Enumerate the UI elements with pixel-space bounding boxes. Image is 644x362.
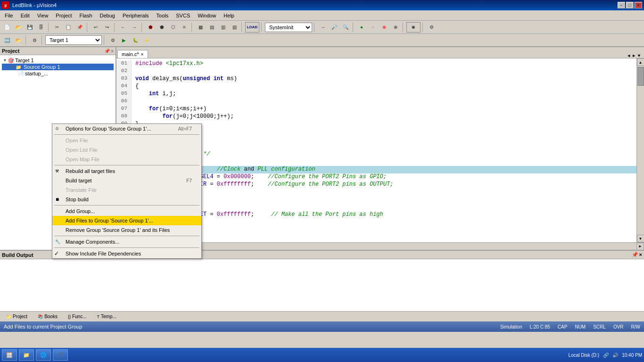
stop-btn[interactable]: ○	[368, 22, 378, 33]
build-output-pin[interactable]: 📌	[632, 252, 638, 258]
volume-icon: 🔊	[612, 353, 618, 358]
minimize-button[interactable]: −	[618, 2, 625, 8]
save-all-button[interactable]: 🗄	[36, 22, 46, 33]
menu-flash[interactable]: Flash	[76, 12, 96, 19]
build-output-close[interactable]: ×	[639, 252, 642, 258]
nav-forward-button[interactable]: →	[129, 22, 140, 33]
new-file-button[interactable]: 📄	[2, 22, 12, 33]
menu-view[interactable]: View	[33, 12, 52, 19]
settings-btn[interactable]: ⚙	[426, 22, 437, 33]
ctx-build-shortcut: F7	[186, 178, 192, 183]
taskbar-ie-btn[interactable]: 🌐	[36, 349, 51, 361]
bkpt-button[interactable]: ⬟	[145, 22, 156, 33]
insert-btn[interactable]: ▦	[195, 22, 206, 33]
ctx-stop-build[interactable]: ⏹ Stop build	[52, 195, 201, 204]
panel-close-button[interactable]: ×	[111, 49, 114, 54]
dis-bkpt-button[interactable]: ⬡	[168, 22, 178, 33]
tab-scroll-right[interactable]: ►	[632, 53, 636, 58]
proj-new-btn[interactable]: 🆕	[2, 35, 12, 45]
ctx-manage-label: Manage Components...	[66, 239, 119, 245]
ctx-rebuild-label: Rebuild all target files	[66, 168, 115, 174]
source-group-icon: 📁	[16, 65, 21, 70]
power-btn[interactable]: ⊕	[390, 22, 401, 33]
tab-close-all[interactable]: ▼	[637, 53, 641, 58]
goto-def-btn[interactable]: →	[318, 22, 328, 33]
tab-main-c-close[interactable]: ×	[141, 52, 144, 57]
context-menu: ⚙ Options for Group 'Source Group 1'... …	[52, 123, 202, 259]
tree-file-startup[interactable]: 📄 startup_...	[2, 70, 114, 77]
menu-debug[interactable]: Debug	[96, 12, 119, 19]
ctx-build-target[interactable]: Build target F7	[52, 176, 201, 185]
scroll-down-arrow[interactable]: ▼	[637, 235, 644, 242]
undo-button[interactable]: ↩	[91, 22, 101, 33]
tab-scroll-left[interactable]: ◄	[627, 53, 631, 58]
paste-button[interactable]: 📌	[74, 22, 85, 33]
menu-peripherals[interactable]: Peripherals	[119, 12, 153, 19]
list-btn[interactable]: ▧	[229, 22, 239, 33]
panel-pin-button[interactable]: 📌	[104, 49, 110, 54]
scroll-right-arrow[interactable]: ►	[636, 243, 644, 250]
load-btn[interactable]: LOAD	[245, 22, 259, 33]
target-dropdown[interactable]: Target 1	[45, 35, 102, 45]
ctx-add-files[interactable]: Add Files to Group 'Source Group 1'...	[52, 216, 201, 225]
ctx-rebuild-all[interactable]: ⚒ Rebuild all target files	[52, 166, 201, 176]
menu-help[interactable]: Help	[220, 12, 238, 19]
panel-tab-books[interactable]: 📚 Books	[33, 313, 62, 321]
open-file-button[interactable]: 📂	[13, 22, 24, 33]
tab-main-c[interactable]: main.c* ×	[117, 50, 148, 58]
editor-scrollbar-vertical[interactable]: ▲ ▼	[636, 58, 644, 242]
tree-target[interactable]: ▼ 🎯 Target 1	[2, 57, 114, 64]
start-button[interactable]: 🪟	[2, 349, 17, 361]
ctx-remove-group[interactable]: Remove Group 'Source Group 1' and its Fi…	[52, 225, 201, 235]
sep5	[191, 23, 193, 32]
taskbar-explorer-btn[interactable]: 📁	[19, 349, 34, 361]
ctx-options-group-item[interactable]: ⚙ Options for Group 'Source Group 1'... …	[52, 124, 201, 133]
remove-btn[interactable]: ▤	[206, 22, 217, 33]
toggle-btn[interactable]: ▥	[218, 22, 228, 33]
save-button[interactable]: 💾	[25, 22, 35, 33]
ctx-sep1	[54, 134, 199, 135]
tree-source-group[interactable]: ▼ 📁 Source Group 1	[2, 64, 114, 70]
build-opts-btn[interactable]: ⚙	[107, 35, 118, 45]
scroll-up-arrow[interactable]: ▲	[637, 58, 644, 66]
scroll-thumb-vertical[interactable]	[637, 67, 644, 86]
panel-tab-templates[interactable]: T Temp...	[93, 313, 121, 321]
zoom-btn[interactable]: 🔍	[340, 22, 351, 33]
run-btn[interactable]: ●	[356, 22, 367, 33]
menu-window[interactable]: Window	[194, 12, 220, 19]
taskbar-media-btn[interactable]: 🎵	[53, 349, 68, 361]
menu-file[interactable]: File	[1, 12, 17, 19]
ctx-options-group-label: Options for Group 'Source Group 1'...	[66, 126, 151, 132]
clr-bkpt-button[interactable]: ⬟	[157, 22, 167, 33]
proj-settings-btn[interactable]: ⚙	[29, 35, 40, 45]
code-line-4: 04 {	[116, 83, 636, 90]
find-btn[interactable]: 🔎	[329, 22, 339, 33]
close-button[interactable]: ×	[635, 2, 642, 8]
proj-open-btn[interactable]: 📂	[13, 35, 24, 45]
flash-btn[interactable]: ⚡	[141, 35, 152, 45]
debug-btn[interactable]: 🐛	[130, 35, 140, 45]
ctx-add-group[interactable]: Add Group...	[52, 206, 201, 216]
maximize-button[interactable]: □	[626, 2, 634, 8]
nav-back-button[interactable]: ←	[118, 22, 128, 33]
menu-tools[interactable]: Tools	[153, 12, 173, 19]
reset-btn[interactable]: ⊗	[379, 22, 389, 33]
menu-project[interactable]: Project	[52, 12, 75, 19]
target-opts-btn[interactable]: ▣	[406, 22, 421, 33]
function-dropdown[interactable]: SystemInit	[265, 23, 312, 32]
cut-button[interactable]: ✂	[52, 22, 62, 33]
menu-svcs[interactable]: SVCS	[172, 12, 194, 19]
run-target-btn[interactable]: ▶	[119, 35, 129, 45]
ovr-indicator: OVR	[613, 324, 624, 329]
redo-button[interactable]: ↪	[102, 22, 112, 33]
bkpt-list-button[interactable]: ≡	[179, 22, 190, 33]
panel-tab-project[interactable]: 📁 Project	[2, 313, 32, 321]
status-message: Add Files to current Project Group	[4, 324, 82, 329]
window-controls: − □ ×	[618, 2, 642, 8]
menu-edit[interactable]: Edit	[17, 12, 33, 19]
copy-button[interactable]: 📋	[63, 22, 74, 33]
panel-tab-functions[interactable]: {} Func...	[64, 313, 91, 321]
ctx-options-group[interactable]: ⚙ Options for Group 'Source Group 1'... …	[52, 124, 201, 133]
ctx-manage-comp[interactable]: 🔧 Manage Components...	[52, 237, 201, 247]
ctx-show-include[interactable]: ✓ Show Include File Dependencies	[52, 249, 201, 258]
